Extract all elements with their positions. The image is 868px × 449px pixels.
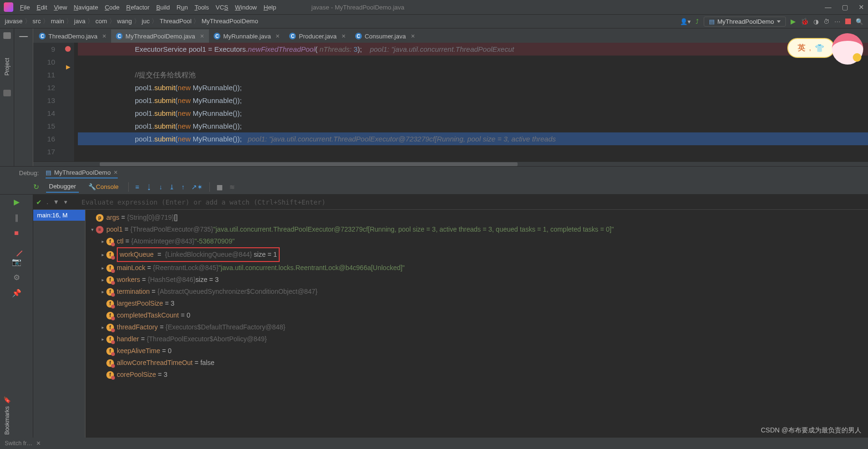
- variable-row[interactable]: ▸fthreadFactory = {Executors$DefaultThre…: [85, 321, 868, 333]
- drop-frame-icon[interactable]: ↗✶: [191, 183, 203, 191]
- window-maximize[interactable]: ▢: [842, 3, 848, 11]
- get-thread-dump-icon[interactable]: 📷: [12, 257, 21, 266]
- pause-icon[interactable]: ∥: [15, 213, 19, 222]
- user-icon[interactable]: 👤▾: [680, 18, 691, 25]
- evaluate-icon[interactable]: ▦: [217, 183, 223, 191]
- variable-row[interactable]: fcompletedTaskCount = 0: [85, 309, 868, 321]
- expand-icon[interactable]: ▸: [99, 274, 106, 286]
- editor-tab[interactable]: CMyRunnable.java✕: [209, 29, 284, 43]
- force-step-into-icon[interactable]: ⤓: [169, 183, 175, 191]
- breadcrumb-segment[interactable]: javase: [5, 18, 23, 25]
- structure-icon[interactable]: [3, 90, 11, 96]
- breadcrumb-segment[interactable]: juc: [142, 18, 150, 25]
- menu-refactor[interactable]: Refactor: [126, 4, 150, 11]
- breadcrumb-segment[interactable]: src: [33, 18, 41, 25]
- variable-row[interactable]: flargestPoolSize = 3: [85, 298, 868, 309]
- menu-window[interactable]: Window: [235, 4, 257, 11]
- expand-icon[interactable]: ▸: [99, 321, 106, 333]
- attach-icon[interactable]: ⋯: [834, 18, 840, 25]
- trace-icon[interactable]: ≋: [229, 183, 235, 191]
- breadcrumb-segment[interactable]: wang: [117, 18, 132, 25]
- editor-tab[interactable]: CThreadDemo.java✕: [34, 29, 111, 43]
- horizontal-scrollbar[interactable]: [33, 161, 868, 166]
- build-icon[interactable]: ⤴: [696, 18, 699, 25]
- editor-collapse-button[interactable]: —: [14, 28, 33, 166]
- run-configuration-selector[interactable]: ▤ MyThreadPoolDemo: [704, 17, 786, 27]
- close-tab-icon[interactable]: ✕: [341, 33, 346, 39]
- watch-expression-input[interactable]: Evaluate expression (Enter) or add a wat…: [82, 198, 326, 206]
- breadcrumbs[interactable]: javase〉src〉main〉java〉com〉wang〉juc〉Thread…: [5, 17, 258, 26]
- step-into-icon[interactable]: ↓: [159, 183, 162, 191]
- stop-button[interactable]: [845, 19, 851, 24]
- variable-row[interactable]: ▸fmainLock = {ReentrantLock@845} "java.u…: [85, 262, 868, 274]
- variable-row[interactable]: pargs = {String[0]@719} []: [85, 212, 868, 224]
- menu-file[interactable]: File: [20, 4, 30, 11]
- bookmarks-tool-strip[interactable]: 🔖 Bookmarks: [0, 400, 14, 438]
- variable-row[interactable]: ▸fhandler = {ThreadPoolExecutor$AbortPol…: [85, 333, 868, 345]
- checkmark-icon[interactable]: ✔: [36, 198, 42, 206]
- expand-icon[interactable]: ▸: [99, 262, 106, 274]
- code-content[interactable]: ExecutorService pool1 = Executors.newFix…: [74, 43, 868, 161]
- run-button[interactable]: ▶: [791, 18, 796, 25]
- variable-row[interactable]: ▸ftermination = {AbstractQueuedSynchroni…: [85, 286, 868, 298]
- chevron-down-icon[interactable]: ▾: [64, 198, 67, 206]
- pin-icon[interactable]: 📌: [12, 289, 21, 298]
- breadcrumb-segment[interactable]: ThreadPool: [160, 18, 191, 25]
- coverage-button[interactable]: ◑: [813, 18, 819, 25]
- expand-icon[interactable]: ▾: [88, 224, 96, 235]
- expand-icon[interactable]: ▸: [99, 249, 106, 261]
- menu-run[interactable]: Run: [177, 4, 188, 11]
- editor-tab[interactable]: CProducer.java✕: [284, 29, 350, 43]
- menu-code[interactable]: Code: [105, 4, 120, 11]
- close-tab-icon[interactable]: ✕: [200, 33, 204, 39]
- variable-row[interactable]: fcorePoolSize = 3: [85, 369, 868, 381]
- variable-row[interactable]: fallowCoreThreadTimeOut = false: [85, 357, 868, 369]
- debug-session-tab[interactable]: ▤ MyThreadPoolDemo ✕: [46, 169, 118, 178]
- editor-tab[interactable]: CMyThreadPoolDemo.java✕: [111, 29, 209, 43]
- expand-icon[interactable]: ▸: [99, 235, 106, 247]
- switch-frame-label[interactable]: Switch fr…: [5, 440, 32, 447]
- filter-icon[interactable]: ▼: [53, 198, 59, 206]
- code-editor[interactable]: 91011121314151617 ▶ ExecutorService pool…: [33, 43, 868, 161]
- menu-build[interactable]: Build: [156, 4, 170, 11]
- menu-edit[interactable]: Edit: [37, 4, 47, 11]
- menu-vcs[interactable]: VCS: [216, 4, 228, 11]
- console-tab[interactable]: 🔧Console: [85, 181, 122, 192]
- breadcrumb-segment[interactable]: com: [95, 18, 107, 25]
- resume-icon[interactable]: ▶: [14, 197, 19, 206]
- window-close[interactable]: ✕: [859, 3, 864, 11]
- close-tab-icon[interactable]: ✕: [102, 33, 106, 39]
- step-over-icon[interactable]: ⭭: [146, 183, 152, 191]
- menu-tools[interactable]: Tools: [195, 4, 209, 11]
- expand-icon[interactable]: ▸: [99, 286, 106, 298]
- expand-icon[interactable]: ▸: [99, 333, 106, 345]
- variable-row[interactable]: ▸fworkQueue = {LinkedBlockingQueue@844} …: [85, 247, 868, 262]
- editor-tab[interactable]: CConsumer.java✕: [350, 29, 420, 43]
- menu-view[interactable]: View: [54, 4, 67, 11]
- variable-row[interactable]: ▸fworkers = {HashSet@846} size = 3: [85, 274, 868, 286]
- gutter-breakpoints[interactable]: ▶: [62, 43, 74, 161]
- step-out-icon[interactable]: ↑: [181, 183, 185, 191]
- variable-row[interactable]: ▾≡pool1 = {ThreadPoolExecutor@735} "java…: [85, 224, 868, 235]
- rerun-icon[interactable]: ↻: [33, 183, 39, 191]
- settings-icon[interactable]: ⚙: [13, 273, 20, 282]
- menu-navigate[interactable]: Navigate: [74, 4, 98, 11]
- menu-help[interactable]: Help: [264, 4, 276, 11]
- variable-row[interactable]: ▸fctl = {AtomicInteger@843} "-536870909": [85, 235, 868, 247]
- close-tab-icon[interactable]: ✕: [411, 33, 415, 39]
- breadcrumb-segment[interactable]: main: [51, 18, 64, 25]
- variable-row[interactable]: fkeepAliveTime = 0: [85, 345, 868, 357]
- close-icon[interactable]: ✕: [36, 440, 41, 447]
- debug-button[interactable]: 🐞: [801, 18, 809, 25]
- breadcrumb-segment[interactable]: MyThreadPoolDemo: [201, 18, 258, 25]
- debugger-tab[interactable]: Debugger: [46, 181, 79, 193]
- frames-pane[interactable]: main:16, M: [33, 210, 85, 438]
- profile-button[interactable]: ⏱: [823, 18, 830, 25]
- close-session-icon[interactable]: ✕: [113, 169, 118, 176]
- breadcrumb-segment[interactable]: java: [74, 18, 85, 25]
- stack-frame[interactable]: main:16, M: [33, 210, 85, 221]
- window-minimize[interactable]: —: [825, 3, 831, 11]
- project-tool-strip[interactable]: Project: [0, 28, 14, 166]
- search-everywhere-icon[interactable]: 🔍: [856, 18, 863, 25]
- stop-icon[interactable]: ■: [14, 229, 19, 237]
